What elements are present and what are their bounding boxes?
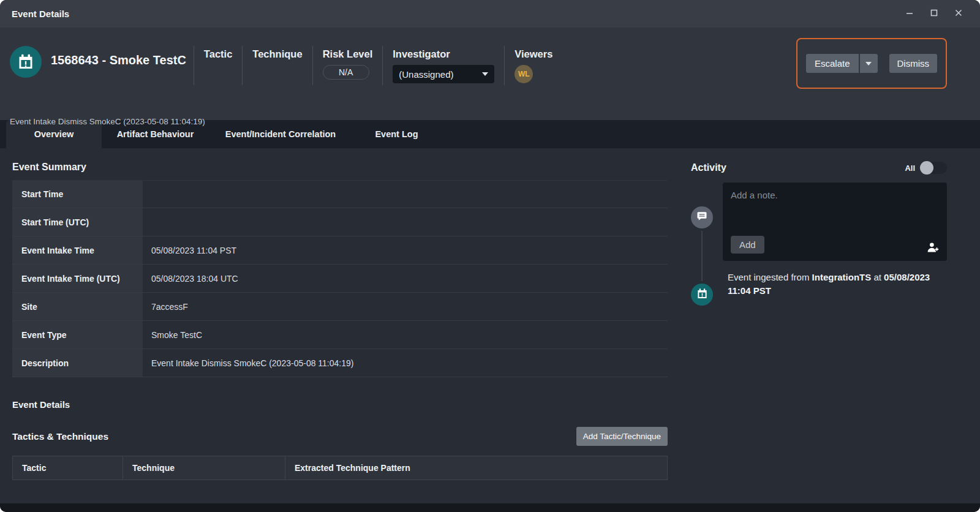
activity-panel: Activity All [691,148,947,503]
row-label: Description [12,349,143,377]
maximize-icon [930,9,938,19]
window-controls [902,6,967,22]
activity-timeline: Add Event ingested from IntegrationTS at… [691,183,947,298]
row-value: 05/08/2023 11:04 PST [143,236,668,264]
maximize-button[interactable] [926,6,942,22]
titlebar: Event Details [0,0,980,28]
table-row: Start Time (UTC) [12,208,668,236]
event-title: 1568643 - Smoke TestC [51,53,186,67]
event-type-icon [10,46,42,78]
event-timeline-marker [691,284,713,306]
row-value [143,208,668,236]
tactics-techniques-heading: Tactics & Techniques [12,431,108,442]
risk-level-value: N/A [323,65,369,80]
close-icon [954,9,963,19]
main-column: Event Summary Start Time Start Time (UTC… [12,148,668,503]
row-label: Event Type [12,321,143,348]
entry-text: Event ingested from [728,272,812,282]
column-header-tactic: Tactic [13,456,123,480]
risk-level-label: Risk Level [323,48,373,60]
calendar-alert-icon [17,53,34,70]
add-note-button[interactable]: Add [731,236,764,254]
entry-source: IntegrationTS [812,272,872,282]
tactics-techniques-header: Tactics & Techniques Add Tactic/Techniqu… [12,427,668,446]
column-header-technique: Technique [123,456,285,480]
activity-heading: Activity [691,162,726,173]
chevron-down-icon [865,62,872,66]
row-value [143,181,668,208]
tactic-column: Tactic [194,45,242,60]
dismiss-button[interactable]: Dismiss [889,54,938,73]
minimize-icon [905,9,914,19]
event-description: Event Intake Dismiss SmokeC (2023-05-08 … [10,117,205,126]
activity-filter: All [905,162,947,174]
investigator-label: Investigator [393,48,494,60]
investigator-value: (Unassigned) [399,69,453,80]
row-value: 05/08/2023 18:04 UTC [143,265,668,292]
tab-event-incident-correlation[interactable]: Event/Incident Correlation [209,120,352,148]
viewers-label: Viewers [514,48,552,60]
comment-icon [696,211,707,224]
calendar-alert-icon [696,288,708,302]
tab-event-log[interactable]: Event Log [352,120,441,148]
chevron-down-icon [482,72,488,76]
row-label: Site [12,293,143,320]
overview-panel: Event Summary Start Time Start Time (UTC… [0,148,980,503]
all-toggle[interactable] [920,162,947,174]
row-value: Smoke TestC [143,321,668,348]
activity-header: Activity All [691,162,947,174]
tactic-label: Tactic [204,48,232,60]
escalate-button[interactable]: Escalate [806,54,859,73]
row-label: Event Intake Time [12,236,143,264]
close-button[interactable] [951,6,967,22]
table-row: Event Intake Time 05/08/2023 11:04 PST [12,236,668,265]
table-row: Start Time [12,180,668,208]
add-user-icon[interactable] [927,241,939,254]
row-label: Start Time [12,181,143,208]
comment-timeline-marker [691,206,713,228]
table-row: Site 7accessF [12,293,668,321]
tactics-techniques-table: Tactic Technique Extracted Technique Pat… [12,456,668,480]
table-row: Event Intake Time (UTC) 05/08/2023 18:04… [12,265,668,293]
window-title: Event Details [12,9,69,19]
note-composer: Add [723,183,947,261]
viewer-avatar[interactable]: WL [514,65,533,83]
table-row: Event Type Smoke TestC [12,321,668,349]
technique-column: Technique [243,45,312,60]
event-actions-group: Escalate Dismiss [796,38,947,89]
table-row: Description Event Intake Dismiss SmokeC … [12,349,668,377]
all-toggle-label: All [905,164,915,173]
toggle-knob [920,161,933,175]
add-tactic-technique-button[interactable]: Add Tactic/Technique [576,427,668,446]
event-details-heading: Event Details [12,399,668,410]
entry-text: at [871,272,884,282]
risk-level-column: Risk Level N/A [313,45,383,80]
event-details-window: Event Details [0,0,980,512]
investigator-column: Investigator (Unassigned) [383,45,504,83]
technique-label: Technique [252,48,302,60]
row-value: 7accessF [143,293,668,320]
event-summary-heading: Event Summary [12,162,668,173]
activity-entry: Event ingested from IntegrationTS at 05/… [723,271,938,298]
viewers-column: Viewers WL [505,45,562,83]
event-summary-table: Start Time Start Time (UTC) Event Intake… [12,180,668,377]
minimize-button[interactable] [902,6,918,22]
row-value: Event Intake Dismiss SmokeC (2023-05-08 … [143,349,668,377]
investigator-select[interactable]: (Unassigned) [393,65,494,83]
column-header-extracted-pattern: Extracted Technique Pattern [285,456,667,480]
timeline-connector [701,231,703,281]
window-bottom-edge [0,503,980,512]
event-header: 1568643 - Smoke TestC Tactic Technique R… [0,28,980,120]
row-label: Event Intake Time (UTC) [12,265,143,292]
row-label: Start Time (UTC) [12,208,143,236]
escalate-menu-button[interactable] [860,54,878,73]
